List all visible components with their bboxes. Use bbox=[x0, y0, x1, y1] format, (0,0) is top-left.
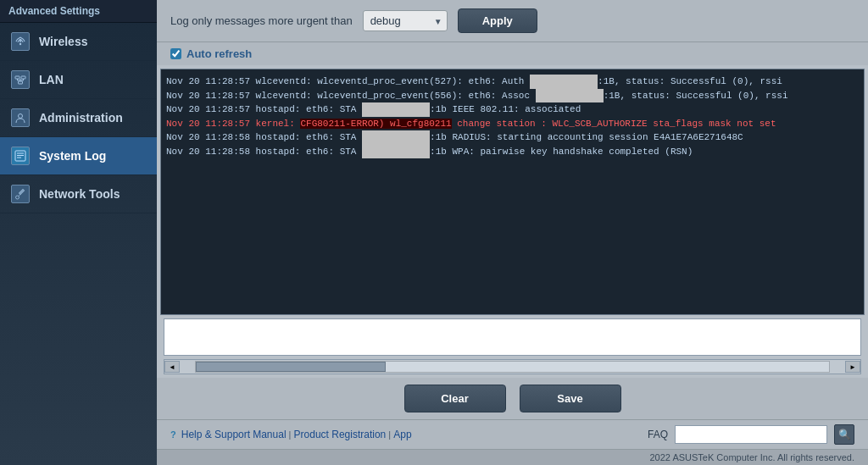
action-bar: Clear Save bbox=[157, 378, 868, 419]
log-line-0: Nov 20 11:28:57 wlceventd: wlceventd_pro… bbox=[166, 75, 859, 89]
svg-rect-1 bbox=[15, 76, 19, 79]
scrollbar-left-btn[interactable]: ◄ bbox=[164, 361, 180, 373]
wireless-icon bbox=[10, 31, 31, 52]
sidebar: Advanced Settings Wireless bbox=[0, 0, 157, 465]
sidebar-item-network-tools[interactable]: Network Tools bbox=[0, 175, 157, 213]
sidebar-item-system-log[interactable]: System Log bbox=[0, 137, 157, 175]
log-line-3: Nov 20 11:28:57 kernel: CFG80211-ERROR) … bbox=[166, 117, 859, 131]
sidebar-label-lan: LAN bbox=[39, 73, 64, 86]
auto-refresh-label: Auto refresh bbox=[186, 47, 252, 60]
help-icon: ? bbox=[170, 429, 176, 440]
svg-rect-2 bbox=[21, 76, 25, 79]
faq-search-input[interactable] bbox=[675, 425, 827, 444]
sidebar-label-system-log: System Log bbox=[39, 149, 106, 163]
lan-icon bbox=[10, 69, 31, 90]
auto-refresh-checkbox[interactable] bbox=[170, 48, 181, 59]
copyright-text: 2022 ASUSTeK Computer Inc. All rights re… bbox=[649, 452, 854, 462]
syslog-icon bbox=[10, 146, 31, 166]
svg-rect-3 bbox=[19, 81, 23, 84]
manual-link[interactable]: Manual bbox=[253, 429, 286, 440]
log-line-2: Nov 20 11:28:57 hostapd: eth6: STA :1b I… bbox=[166, 102, 859, 117]
faq-label: FAQ bbox=[648, 429, 668, 440]
scrollbar-thumb[interactable] bbox=[196, 362, 386, 372]
search-icon: 🔍 bbox=[838, 429, 851, 440]
log-line-1: Nov 20 11:28:57 wlceventd: wlceventd_pro… bbox=[166, 89, 859, 103]
filter-label: Log only messages more urgent than bbox=[170, 14, 353, 27]
tools-icon bbox=[10, 184, 31, 204]
sidebar-item-wireless[interactable]: Wireless bbox=[0, 23, 157, 61]
sidebar-item-administration[interactable]: Administration bbox=[0, 99, 157, 137]
filter-bar: Log only messages more urgent than debug… bbox=[157, 0, 868, 42]
horizontal-scrollbar[interactable]: ◄ ► bbox=[164, 359, 861, 374]
clear-button[interactable]: Clear bbox=[404, 385, 506, 412]
app-link[interactable]: App bbox=[393, 429, 411, 440]
log-line-5: Nov 20 11:28:58 hostapd: eth6: STA :1b W… bbox=[166, 145, 859, 159]
admin-icon bbox=[10, 108, 31, 128]
log-level-select-wrapper: debug info notice warning error critical bbox=[363, 10, 448, 31]
log-line-4: Nov 20 11:28:58 hostapd: eth6: STA :1b R… bbox=[166, 130, 859, 145]
log-display[interactable]: Nov 20 11:28:57 wlceventd: wlceventd_pro… bbox=[160, 69, 865, 315]
footer: ? Help & Support Manual | Product Regist… bbox=[157, 419, 868, 449]
sidebar-header: Advanced Settings bbox=[0, 0, 157, 23]
scrollbar-right-btn[interactable]: ► bbox=[845, 361, 860, 373]
auto-refresh-bar: Auto refresh bbox=[157, 42, 868, 65]
footer-right: FAQ 🔍 bbox=[648, 424, 854, 445]
log-input-area[interactable] bbox=[164, 318, 861, 356]
svg-point-0 bbox=[19, 43, 21, 45]
svg-point-8 bbox=[19, 114, 23, 119]
log-level-select[interactable]: debug info notice warning error critical bbox=[363, 10, 448, 31]
copyright-bar: 2022 ASUSTeK Computer Inc. All rights re… bbox=[157, 449, 868, 465]
apply-button[interactable]: Apply bbox=[458, 8, 537, 33]
svg-point-13 bbox=[16, 196, 19, 199]
scrollbar-track[interactable] bbox=[195, 361, 830, 373]
log-container: Nov 20 11:28:57 wlceventd: wlceventd_pro… bbox=[157, 65, 868, 378]
sidebar-label-administration: Administration bbox=[39, 111, 123, 125]
footer-left: ? Help & Support Manual | Product Regist… bbox=[170, 429, 412, 440]
sidebar-label-wireless: Wireless bbox=[39, 35, 87, 48]
product-registration-link[interactable]: Product Registration bbox=[294, 429, 387, 440]
svg-line-14 bbox=[19, 195, 20, 197]
faq-search-button[interactable]: 🔍 bbox=[834, 424, 854, 445]
sidebar-label-network-tools: Network Tools bbox=[39, 187, 120, 201]
footer-links: Help & Support Manual | Product Registra… bbox=[181, 429, 412, 440]
save-button[interactable]: Save bbox=[520, 385, 621, 412]
sidebar-item-lan[interactable]: LAN bbox=[0, 61, 157, 99]
main-content: Log only messages more urgent than debug… bbox=[157, 0, 868, 465]
help-support-link[interactable]: Help & Support bbox=[181, 429, 250, 440]
